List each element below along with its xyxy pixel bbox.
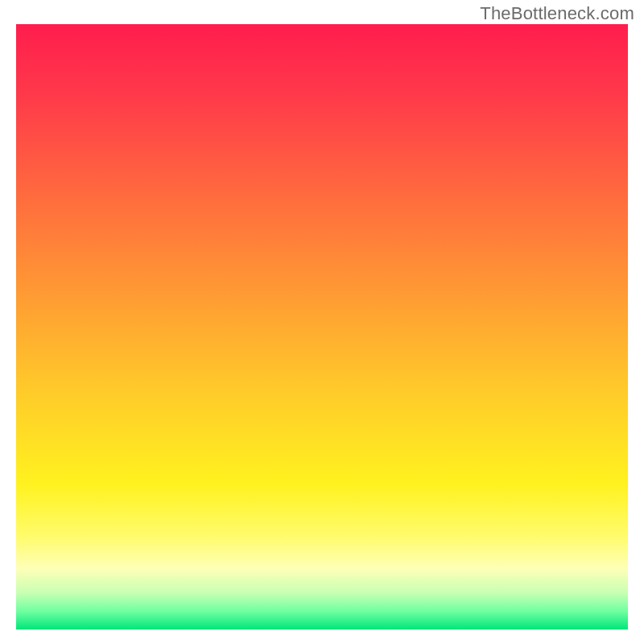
plot-area [16, 24, 628, 630]
watermark-text: TheBottleneck.com [480, 3, 634, 24]
chart-container: TheBottleneck.com [0, 0, 644, 644]
gradient-background [16, 24, 628, 630]
